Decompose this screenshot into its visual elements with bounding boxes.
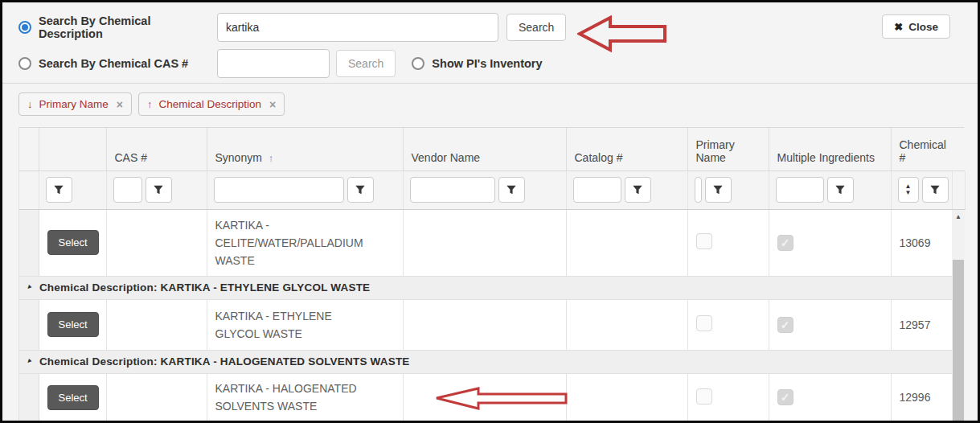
remove-sort-icon[interactable]: × xyxy=(269,98,276,111)
primary-name-checkbox: ✓ xyxy=(696,233,712,249)
stepper-down-icon[interactable]: ▼ xyxy=(905,190,912,196)
funnel-icon xyxy=(712,184,724,195)
scroll-up-icon[interactable]: ▲ xyxy=(952,210,965,224)
column-header-catalog[interactable]: Catalog # xyxy=(566,128,687,170)
chemical-number-filter-button[interactable] xyxy=(922,177,949,203)
catalog-cell xyxy=(566,210,687,276)
funnel-icon xyxy=(834,184,846,195)
close-button-label: Close xyxy=(908,21,938,33)
close-button[interactable]: ✖ Close xyxy=(882,14,950,39)
group-indent-cell xyxy=(19,373,39,421)
vendor-cell xyxy=(403,373,566,421)
cas-search-button[interactable]: Search xyxy=(336,50,396,77)
primary-name-filter-input[interactable] xyxy=(695,177,702,203)
funnel-icon xyxy=(153,184,164,195)
group-collapse-icon[interactable]: ▲ xyxy=(24,357,34,367)
group-indent-header xyxy=(19,128,39,170)
catalog-filter-input[interactable] xyxy=(573,177,621,203)
chemical-number-cell: 12957 xyxy=(891,299,952,350)
funnel-icon xyxy=(632,184,643,195)
pi-inventory-label: Show PI's Inventory xyxy=(432,57,542,70)
filter-scrollbar-spacer xyxy=(952,171,965,210)
column-header-synonym[interactable]: Synonym↑ xyxy=(207,128,403,170)
sort-chip-primary-name[interactable]: ↓ Primary Name × xyxy=(18,92,132,116)
vertical-scrollbar[interactable]: ▲ xyxy=(952,210,965,421)
cas-cell xyxy=(106,210,207,276)
group-header-row: ▲ Chemical Description: KARTIKA - ETHYLE… xyxy=(19,276,952,299)
sort-descending-icon: ↓ xyxy=(27,98,33,110)
show-pi-inventory-option[interactable]: Show PI's Inventory xyxy=(412,57,542,70)
vendor-filter-button[interactable] xyxy=(498,177,525,203)
vendor-filter-input[interactable] xyxy=(410,177,495,203)
filter-select-cell xyxy=(39,171,106,210)
close-icon: ✖ xyxy=(894,21,903,33)
filter-primary-cell xyxy=(687,171,769,210)
filter-indent-cell xyxy=(19,171,39,210)
select-button[interactable]: Select xyxy=(47,312,99,337)
description-search-input[interactable] xyxy=(217,13,498,42)
scrollbar-thumb[interactable] xyxy=(953,260,964,421)
group-header-text: Chemical Description: KARTIKA - ETHYLENE… xyxy=(39,281,370,294)
cas-cell xyxy=(106,373,207,421)
select-filter-button[interactable] xyxy=(46,177,72,203)
select-button[interactable]: Select xyxy=(47,385,99,410)
multiple-ingredients-filter-button[interactable] xyxy=(827,177,854,203)
filter-multi-cell xyxy=(769,171,891,210)
remove-sort-icon[interactable]: × xyxy=(117,98,123,111)
multiple-ingredients-cell: ✓ xyxy=(769,210,891,276)
check-icon: ✓ xyxy=(781,318,790,331)
synonym-cell: KARTIKA - HALOGENATED SOLVENTS WASTE xyxy=(207,373,403,421)
grid-body-table: Select KARTIKA - CELITE/WATER/PALLADIUM … xyxy=(19,210,953,421)
table-row: Select KARTIKA - ETHYLENE GLYCOL WASTE ✓… xyxy=(19,299,952,350)
column-header-vendor-name[interactable]: Vendor Name xyxy=(403,128,566,170)
filter-catalog-cell xyxy=(566,171,687,210)
description-radio[interactable] xyxy=(18,21,31,34)
multiple-ingredients-filter-input[interactable] xyxy=(776,177,824,203)
synonym-cell: KARTIKA - CELITE/WATER/PALLADIUM WASTE xyxy=(207,210,403,276)
cas-radio[interactable] xyxy=(18,57,31,70)
column-header-cas[interactable]: CAS # xyxy=(106,128,207,170)
column-header-multiple-ingredients[interactable]: Multiple Ingredients xyxy=(769,128,891,170)
select-button[interactable]: Select xyxy=(47,230,99,255)
primary-name-cell: ✓ xyxy=(687,299,769,350)
filter-cas-cell xyxy=(106,171,207,210)
multiple-ingredients-checkbox: ✓ xyxy=(777,235,793,251)
primary-name-checkbox: ✓ xyxy=(696,388,712,405)
primary-name-filter-button[interactable] xyxy=(705,177,732,203)
multiple-ingredients-checkbox: ✓ xyxy=(777,317,793,333)
filter-chemical-cell: ▲ ▼ xyxy=(891,171,952,210)
catalog-cell xyxy=(566,373,687,421)
select-cell: Select xyxy=(39,210,106,276)
group-indent-cell xyxy=(19,210,39,276)
synonym-filter-input[interactable] xyxy=(214,177,344,203)
funnel-icon xyxy=(355,184,366,195)
sort-chip-chemical-description[interactable]: ↑ Chemical Description × xyxy=(138,92,285,116)
cas-search-input[interactable] xyxy=(217,49,330,78)
cas-filter-input[interactable] xyxy=(113,177,142,203)
search-by-description-option[interactable]: Search By Chemical Description xyxy=(18,14,217,40)
synonym-cell: KARTIKA - ETHYLENE GLYCOL WASTE xyxy=(207,299,403,350)
search-by-description-row: Search By Chemical Description Search xyxy=(18,12,965,43)
catalog-filter-button[interactable] xyxy=(625,177,651,203)
pi-inventory-radio[interactable] xyxy=(412,57,424,70)
synonym-filter-button[interactable] xyxy=(347,177,374,203)
cas-cell xyxy=(106,299,207,350)
synonym-text: KARTIKA - CELITE/WATER/PALLADIUM WASTE xyxy=(215,216,379,269)
sort-chip-bar: ↓ Primary Name × ↑ Chemical Description … xyxy=(18,92,285,116)
table-row: Select KARTIKA - HALOGENATED SOLVENTS WA… xyxy=(19,373,952,421)
column-header-chemical-number[interactable]: Chemical # xyxy=(891,128,952,170)
grid-header: CAS # Synonym↑ Vendor Name Catalog # Pri… xyxy=(19,128,965,171)
funnel-icon xyxy=(53,184,64,195)
chemical-number-stepper[interactable]: ▲ ▼ xyxy=(898,177,919,203)
select-column-header xyxy=(39,128,106,170)
column-header-primary-name[interactable]: Primary Name xyxy=(687,128,769,170)
cas-filter-button[interactable] xyxy=(146,177,172,203)
group-collapse-icon[interactable]: ▲ xyxy=(24,283,34,293)
select-cell: Select xyxy=(39,373,106,421)
grid-filter-row: ▲ ▼ xyxy=(19,171,966,211)
chemical-number-cell: 13069 xyxy=(891,210,952,276)
group-header-row: ▲ Chemical Description: KARTIKA - HALOGE… xyxy=(19,350,952,373)
description-search-button[interactable]: Search xyxy=(506,14,566,41)
search-by-cas-option[interactable]: Search By Chemical CAS # xyxy=(18,57,217,70)
multiple-ingredients-cell: ✓ xyxy=(769,373,891,421)
